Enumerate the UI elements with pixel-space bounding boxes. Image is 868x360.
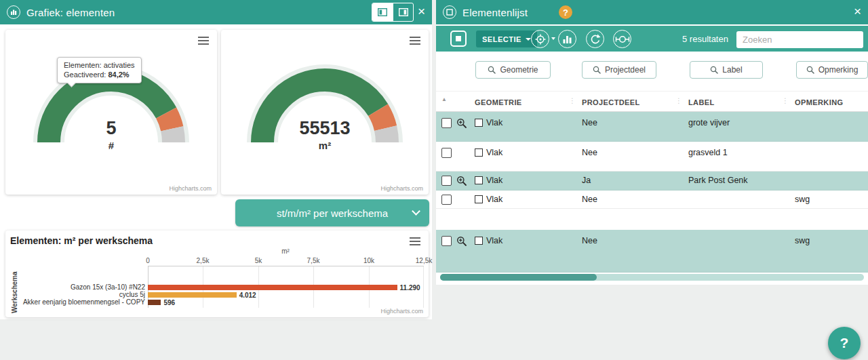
x-tick: 0 [146, 257, 150, 264]
row-checkbox[interactable] [441, 195, 452, 205]
selectie-dropdown-button[interactable]: SELECTIE [476, 31, 537, 47]
column-header-label[interactable]: LABEL [688, 98, 715, 106]
draw-selection-button[interactable] [450, 31, 467, 47]
cell-opmerking: swg [795, 236, 810, 245]
filter-label: Label [722, 65, 742, 75]
cell-geometrie: Vlak [486, 148, 502, 157]
tooltip-value: 84,2% [108, 71, 129, 79]
table-header: ▲ GEOMETRIE PROJECTDEEL LABEL OPMERKING … [436, 91, 868, 112]
table-row[interactable]: Vlak Nee swg [436, 230, 868, 273]
chart-menu-icon[interactable] [410, 37, 420, 45]
gauge-value: 55513 [221, 118, 429, 139]
x-tick: 12,5k [416, 257, 432, 264]
highcharts-credit-link[interactable]: Highcharts.com [169, 185, 212, 192]
row-checkbox[interactable] [441, 176, 452, 186]
target-icon-button[interactable] [531, 30, 549, 48]
bar-value-label: 596 [163, 299, 175, 306]
column-header-projectdeel[interactable]: PROJECTDEEL [582, 98, 640, 106]
bar-row: 11.290 [148, 285, 424, 290]
column-resize-handle[interactable]: ⋮ [569, 97, 576, 104]
column-resize-handle[interactable]: ⋮ [782, 97, 789, 104]
search-input[interactable] [736, 31, 863, 48]
help-icon[interactable]: ? [559, 5, 572, 19]
filter-label: Projectdeel [605, 65, 646, 75]
zoom-to-element-icon[interactable] [456, 176, 467, 189]
sort-asc-icon[interactable]: ▲ [441, 96, 447, 102]
refresh-icon-button[interactable] [586, 30, 604, 48]
horizontal-scrollbar[interactable] [440, 274, 864, 281]
chart-icon-button[interactable] [558, 30, 576, 48]
geometry-type-icon [475, 237, 483, 245]
table-row[interactable]: Vlak Nee swg [436, 191, 868, 209]
category-label: cyclus 5j [11, 291, 145, 298]
cell-label: grasveld 1 [688, 148, 728, 157]
panel-title: Grafiek: elementen [26, 7, 115, 18]
row-checkbox[interactable] [441, 236, 452, 246]
zoom-to-element-icon[interactable] [456, 118, 467, 132]
filter-opmerking-button[interactable]: Opmerking [796, 61, 868, 79]
square-icon [456, 36, 461, 41]
panel-title: Elementenlijst [462, 7, 528, 18]
chart-menu-icon[interactable] [410, 237, 420, 245]
geometry-type-icon [475, 195, 483, 203]
table-row[interactable]: Vlak Nee grasveld 1 [436, 142, 868, 172]
table-row[interactable]: Vlak Ja Park Post Genk [436, 172, 868, 191]
search-icon [593, 66, 601, 74]
caret-down-icon[interactable] [551, 37, 555, 40]
zoom-to-element-icon[interactable] [456, 236, 467, 249]
chevron-down-icon [412, 207, 420, 216]
geometry-type-icon [475, 148, 483, 157]
close-grafiek-button[interactable]: × [418, 3, 425, 20]
graph-panel-icon [7, 5, 20, 19]
extent-icon-button[interactable] [613, 30, 631, 48]
close-elementenlijst-button[interactable]: × [854, 3, 861, 20]
search-icon [710, 66, 718, 74]
layout-split-right-button[interactable] [393, 3, 413, 21]
filter-projectdeel-button[interactable]: Projectdeel [582, 61, 656, 79]
filter-label-button[interactable]: Label [690, 61, 763, 79]
layout-split-left-button[interactable] [372, 3, 393, 21]
category-label: Gazon 15x (3a-10) #N22 [11, 283, 145, 291]
chart-menu-icon[interactable] [198, 37, 209, 45]
selectie-label: SELECTIE [482, 35, 521, 43]
column-resize-handle[interactable]: ⋮ [675, 97, 682, 104]
cell-projectdeel: Nee [582, 148, 597, 157]
gauge-unit: # [5, 140, 217, 151]
help-fab-button[interactable]: ? [828, 327, 861, 359]
extent-icon [615, 35, 630, 44]
bar-chart-title: Elementen: m² per werkschema [10, 235, 153, 246]
highcharts-credit-link[interactable]: Highcharts.com [380, 308, 423, 315]
cell-label: grote vijver [688, 118, 730, 127]
werkschema-dropdown[interactable]: st/m/m² per werkschema [235, 199, 429, 226]
layout-toggle-group [372, 3, 414, 22]
target-icon [535, 34, 546, 45]
table-body: Vlak Nee grote vijver Vlak Nee grasveld … [436, 112, 868, 273]
row-checkbox[interactable] [441, 118, 452, 128]
search-icon [488, 66, 496, 74]
bar-chart-card: Elementen: m² per werkschema m² 0 2,5k 5… [5, 231, 429, 317]
column-header-opmerking[interactable]: OPMERKING [795, 98, 843, 106]
cell-projectdeel: Nee [582, 236, 597, 245]
werkschema-dropdown-label: st/m/m² per werkschema [277, 207, 388, 219]
bar-gazon[interactable] [148, 285, 397, 290]
column-header-geometrie[interactable]: GEOMETRIE [475, 98, 522, 106]
category-label: Akker eenjarig bloemenmengsel - COPY [11, 298, 145, 306]
cell-opmerking: swg [795, 195, 810, 204]
scrollbar-thumb[interactable] [440, 274, 597, 281]
x-tick: 7,5k [307, 257, 320, 264]
table-row[interactable]: Vlak Nee grote vijver [436, 112, 868, 142]
refresh-icon [589, 33, 601, 45]
highcharts-credit-link[interactable]: Highcharts.com [380, 185, 423, 192]
x-tick: 10k [363, 257, 374, 264]
chart-tooltip: Elementen: activaties Geactiveerd: 84,2% [57, 57, 142, 83]
filter-geometrie-button[interactable]: Geometrie [475, 61, 551, 79]
table-row-empty [436, 209, 868, 230]
bar-akker[interactable] [148, 300, 161, 305]
cell-geometrie: Vlak [486, 195, 502, 204]
list-toolbar: SELECTIE 5 resultaten [436, 26, 868, 52]
bar-cyclus[interactable] [148, 292, 237, 298]
geometry-type-icon [475, 119, 483, 127]
cell-projectdeel: Nee [582, 118, 597, 127]
row-checkbox[interactable] [441, 148, 452, 158]
geometry-type-icon [475, 176, 483, 184]
